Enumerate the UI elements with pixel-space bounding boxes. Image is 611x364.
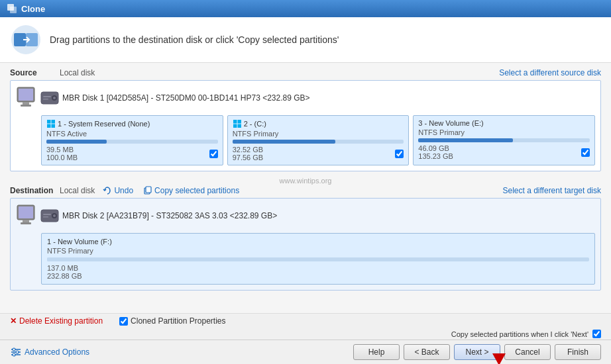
advanced-options-icon xyxy=(10,346,22,358)
svg-rect-6 xyxy=(19,89,33,101)
partition-1-bar-fill xyxy=(46,140,107,144)
destination-label: Destination xyxy=(10,186,60,195)
svg-rect-20 xyxy=(233,124,237,128)
source-disk-panel: MBR Disk 1 [042D585A] - ST250DM0 00-1BD1… xyxy=(10,80,601,171)
svg-rect-18 xyxy=(233,120,237,124)
destination-header: Destination Local disk Undo Copy selecte… xyxy=(10,186,601,195)
header-text: Drag partitions to the destination disk … xyxy=(50,34,339,45)
partition-1: 1 - System Reserved (None) NTFS Active 3… xyxy=(41,115,223,165)
clone-icon xyxy=(10,24,42,56)
partition-2-sizes: 32.52 GB 97.56 GB xyxy=(233,146,263,161)
dest-partition-name: 1 - New Volume (F:) xyxy=(47,238,589,246)
svg-point-36 xyxy=(13,348,15,351)
content-area: Source Local disk Select a different sou… xyxy=(0,63,611,313)
partition-3-type: NTFS Primary xyxy=(418,128,590,136)
source-header: Source Local disk Select a different sou… xyxy=(10,68,601,77)
select-source-link[interactable]: Select a different source disk xyxy=(499,68,601,77)
partition-3-bar-fill xyxy=(418,138,512,142)
source-label: Source xyxy=(10,68,60,77)
source-disk-title: MBR Disk 1 [042D585A] - ST250DM0 00-1BD1… xyxy=(62,93,310,103)
footer-buttons: Help < Back Next > Cancel Finish xyxy=(353,344,601,360)
dest-bar-fill xyxy=(47,257,74,261)
svg-point-11 xyxy=(53,97,56,99)
partitions-row: 1 - System Reserved (None) NTFS Active 3… xyxy=(41,115,595,165)
svg-rect-23 xyxy=(146,187,151,193)
svg-rect-32 xyxy=(43,216,48,218)
source-disk-header: MBR Disk 1 [042D585A] - ST250DM0 00-1BD1… xyxy=(16,86,595,110)
svg-rect-15 xyxy=(52,120,56,124)
partition-1-bar xyxy=(46,140,218,144)
select-target-link[interactable]: Select a different target disk xyxy=(502,186,601,195)
partition-3: 3 - New Volume (E:) NTFS Primary 46.09 G… xyxy=(413,115,595,165)
title-label: Clone xyxy=(21,4,45,14)
source-pc-icon xyxy=(16,86,36,110)
copy-next-row: Copy selected partitions when I click 'N… xyxy=(0,328,611,340)
partition-2-checkbox[interactable] xyxy=(395,150,404,158)
title-bar: Clone xyxy=(0,0,611,17)
partition-2: 2 - (C:) NTFS Primary 32.52 GB 97.56 GB xyxy=(227,115,410,165)
partition-2-footer: 32.52 GB 97.56 GB xyxy=(233,146,404,161)
partition-3-checkbox[interactable] xyxy=(581,148,590,157)
partition-1-title: 1 - System Reserved (None) xyxy=(46,119,218,128)
svg-rect-13 xyxy=(43,99,48,100)
dest-partition: 1 - New Volume (F:) NTFS Primary 137.0 M… xyxy=(41,233,595,285)
svg-rect-19 xyxy=(237,120,241,124)
partition-3-title: 3 - New Volume (E:) xyxy=(418,119,590,127)
svg-rect-12 xyxy=(43,96,51,97)
svg-point-38 xyxy=(13,353,15,356)
svg-point-37 xyxy=(16,351,19,353)
header-section: Drag partitions to the destination disk … xyxy=(0,17,611,63)
svg-marker-39 xyxy=(492,353,506,364)
windows-icon-2 xyxy=(233,119,242,128)
source-section: Source Local disk Select a different sou… xyxy=(10,68,601,171)
source-disk-icon xyxy=(40,88,60,108)
dest-partition-sizes: 137.0 MB 232.88 GB xyxy=(47,264,589,280)
back-button[interactable]: < Back xyxy=(404,344,450,360)
partition-3-bar xyxy=(418,138,590,142)
svg-rect-14 xyxy=(47,120,51,124)
destination-section: Destination Local disk Undo Copy selecte… xyxy=(10,186,601,291)
dest-bar xyxy=(47,257,589,261)
partition-1-type: NTFS Active xyxy=(46,130,218,138)
partition-2-bar xyxy=(233,140,404,144)
dest-disk-icon xyxy=(40,206,60,226)
svg-rect-1 xyxy=(10,7,17,13)
footer-bar: Advanced Options Help < Back Next > Canc… xyxy=(0,340,611,364)
svg-rect-7 xyxy=(23,102,29,105)
red-arrow-icon xyxy=(492,353,506,364)
clone-props-checkbox[interactable] xyxy=(119,317,128,326)
partition-1-sizes: 39.5 MB 100.0 MB xyxy=(46,146,78,161)
undo-button[interactable]: Undo xyxy=(103,186,133,195)
svg-rect-16 xyxy=(47,124,51,128)
partition-3-sizes: 46.09 GB 135.23 GB xyxy=(418,144,453,160)
copy-next-checkbox[interactable] xyxy=(592,330,601,338)
svg-rect-31 xyxy=(43,214,51,215)
source-sublabel: Local disk xyxy=(60,68,95,77)
destination-disk-panel: MBR Disk 2 [AA231B79] - ST325082 3AS 3.0… xyxy=(10,198,601,291)
next-btn-wrapper: Next > xyxy=(454,344,500,360)
destination-sublabel: Local disk xyxy=(60,186,95,195)
svg-rect-25 xyxy=(19,206,33,218)
cancel-button[interactable]: Cancel xyxy=(504,344,551,360)
svg-rect-21 xyxy=(237,124,241,128)
svg-point-30 xyxy=(53,214,56,217)
help-button[interactable]: Help xyxy=(353,344,400,360)
dest-partition-type: NTFS Primary xyxy=(47,247,589,255)
undo-icon xyxy=(103,186,112,195)
svg-rect-27 xyxy=(21,222,31,224)
delete-icon: ✕ xyxy=(10,316,17,326)
partition-2-title: 2 - (C:) xyxy=(233,119,404,128)
dest-disk-header: MBR Disk 2 [AA231B79] - ST325082 3AS 3.0… xyxy=(16,204,595,228)
delete-partition-button[interactable]: ✕ Delete Existing partition xyxy=(10,316,103,326)
partition-1-checkbox[interactable] xyxy=(209,150,218,158)
bottom-options: ✕ Delete Existing partition Cloned Parti… xyxy=(0,313,611,328)
clone-title-icon xyxy=(7,3,17,14)
finish-button[interactable]: Finish xyxy=(555,344,601,360)
main-container: Drag partitions to the destination disk … xyxy=(0,17,611,364)
advanced-options-link[interactable]: Advanced Options xyxy=(10,346,89,358)
partition-2-type: NTFS Primary xyxy=(233,130,404,138)
windows-icon-1 xyxy=(46,119,56,128)
copy-partitions-button[interactable]: Copy selected partitions xyxy=(143,186,239,195)
dest-pc-icon xyxy=(16,204,36,228)
dest-disk-title: MBR Disk 2 [AA231B79] - ST325082 3AS 3.0… xyxy=(62,211,277,220)
